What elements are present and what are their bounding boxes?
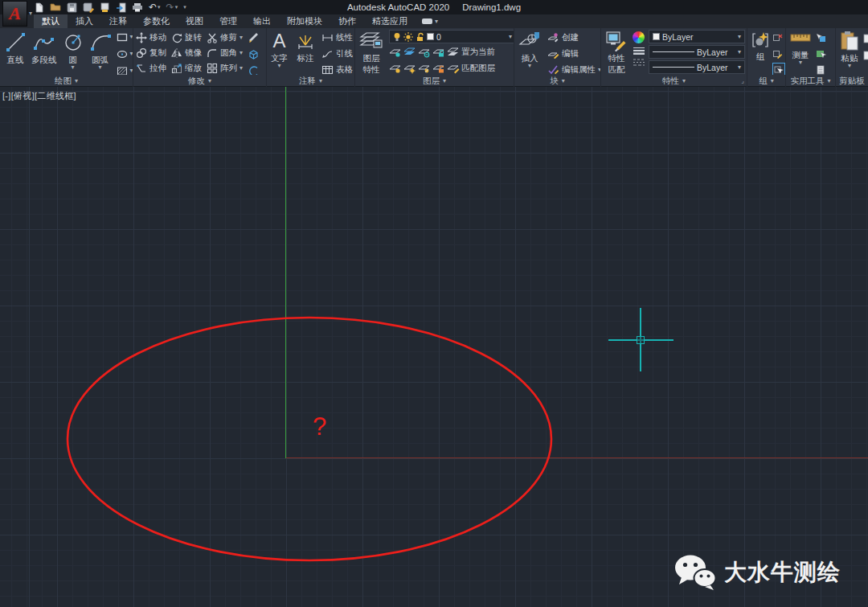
- ellipse-button[interactable]: ▾: [117, 47, 133, 61]
- trim-dropdown-icon[interactable]: ▾: [240, 35, 243, 41]
- copy-clip-button[interactable]: [863, 48, 868, 63]
- array-dropdown-icon[interactable]: ▾: [240, 65, 243, 72]
- make-current-icon[interactable]: [447, 46, 460, 58]
- save-as-button[interactable]: [83, 2, 94, 13]
- tab-addins[interactable]: 附加模块: [279, 14, 330, 28]
- leader-button[interactable]: 引线▾: [321, 46, 354, 61]
- layer-freeze-icon[interactable]: [403, 46, 416, 58]
- layer-unisolate-icon[interactable]: [418, 62, 431, 74]
- text-dropdown-icon[interactable]: ▾: [277, 63, 280, 69]
- edit-block-button[interactable]: 编辑: [547, 46, 600, 61]
- quick-select-button[interactable]: [815, 31, 826, 45]
- match-properties-button[interactable]: 特性 匹配: [604, 30, 629, 74]
- polyline-button[interactable]: 多段线: [30, 30, 59, 64]
- arc-button[interactable]: 圆弧 ▾: [88, 30, 113, 71]
- linetype-icon[interactable]: [633, 58, 645, 66]
- join-button[interactable]: [248, 64, 260, 75]
- fillet-button[interactable]: 圆角▾: [207, 45, 243, 60]
- rectangle-button[interactable]: ▾: [117, 30, 133, 44]
- tab-output[interactable]: 输出: [245, 14, 279, 28]
- layer-isolate-icon[interactable]: [389, 46, 402, 58]
- layer-on-icon[interactable]: [389, 62, 402, 74]
- paste-button[interactable]: 粘贴 ▾: [838, 30, 861, 69]
- scale-button[interactable]: 缩放: [171, 60, 202, 75]
- circle-dropdown-icon[interactable]: ▾: [71, 64, 74, 71]
- quick-calc-button[interactable]: [815, 63, 826, 75]
- rotate-button[interactable]: 旋转: [171, 30, 202, 45]
- insert-block-button[interactable]: 插入 ▾: [517, 30, 542, 69]
- panel-expander-icon[interactable]: ⌟: [741, 77, 744, 84]
- linetype-dropdown[interactable]: ByLayer ▾: [649, 60, 745, 74]
- layer-thaw-icon[interactable]: [403, 62, 416, 74]
- edit-attributes-dropdown-icon[interactable]: ▾: [598, 67, 600, 73]
- edit-attributes-button[interactable]: 编辑属性▾: [547, 62, 600, 75]
- layer-unlock2-icon[interactable]: [432, 62, 445, 74]
- save-button[interactable]: [67, 2, 77, 13]
- tab-insert[interactable]: 插入: [68, 14, 101, 28]
- erase-button[interactable]: [248, 30, 260, 44]
- panel-footer-utilities[interactable]: 实用工具▾: [786, 75, 835, 87]
- panel-footer-layers[interactable]: 图层▾: [355, 75, 514, 87]
- export-button[interactable]: [116, 2, 126, 13]
- tab-annotate[interactable]: 注释: [101, 14, 135, 28]
- stretch-button[interactable]: 拉伸: [136, 60, 166, 75]
- set-current-button[interactable]: 置为当前: [461, 47, 495, 58]
- arc-dropdown-icon[interactable]: ▾: [98, 64, 101, 71]
- print-button[interactable]: [132, 2, 143, 13]
- measure-button[interactable]: 测量 ▾: [788, 30, 813, 66]
- plot-button[interactable]: [100, 2, 110, 13]
- dimension-button[interactable]: 标注: [293, 30, 317, 63]
- panel-footer-properties[interactable]: 特性▾⌟: [601, 75, 747, 87]
- layer-lock-icon[interactable]: [432, 46, 445, 58]
- table-button[interactable]: 表格: [321, 62, 354, 75]
- object-color-dropdown[interactable]: ByLayer ▾: [649, 30, 745, 43]
- undo-dropdown-icon[interactable]: ▾: [158, 4, 161, 10]
- tab-view[interactable]: 视图: [178, 14, 211, 28]
- hatch-button[interactable]: ▾: [117, 64, 133, 75]
- drawing-canvas[interactable]: [-][俯视][二维线框] ? 大水牛测绘: [0, 87, 868, 607]
- move-button[interactable]: 移动: [136, 30, 166, 45]
- group-selection-toggle[interactable]: [772, 63, 785, 75]
- qat-customize-button[interactable]: ▾: [183, 2, 186, 13]
- match-layer-icon[interactable]: [447, 62, 460, 74]
- tab-manage[interactable]: 管理: [211, 14, 245, 28]
- layer-dropdown-caret-icon[interactable]: ▾: [509, 34, 512, 40]
- lineweight-dropdown[interactable]: ByLayer ▾: [649, 45, 745, 59]
- app-logo[interactable]: A: [2, 1, 27, 27]
- cut-button[interactable]: [863, 31, 868, 46]
- drawn-ellipse[interactable]: [65, 314, 554, 564]
- linear-dimension-button[interactable]: 线性▾: [321, 30, 354, 45]
- match-layer-button[interactable]: 匹配图层: [461, 63, 495, 74]
- trim-button[interactable]: 修剪▾: [207, 30, 243, 45]
- panel-footer-groups[interactable]: 组▾: [747, 75, 785, 87]
- tab-home[interactable]: 默认: [34, 14, 68, 28]
- panel-footer-modify[interactable]: 修改▾: [133, 75, 266, 87]
- text-button[interactable]: A 文字 ▾: [269, 30, 289, 69]
- array-button[interactable]: 阵列▾: [207, 60, 243, 75]
- redo-button[interactable]: ↷▾: [166, 2, 178, 13]
- tab-featured-apps[interactable]: 精选应用: [364, 14, 416, 28]
- measure-dropdown-icon[interactable]: ▾: [799, 59, 802, 66]
- fillet-dropdown-icon[interactable]: ▾: [240, 50, 243, 56]
- paste-dropdown-icon[interactable]: ▾: [848, 63, 851, 69]
- panel-footer-draw[interactable]: 绘图▾: [0, 75, 133, 87]
- copy-button[interactable]: 复制: [136, 45, 166, 60]
- select-similar-button[interactable]: [815, 47, 826, 61]
- mirror-button[interactable]: 镜像: [171, 45, 202, 60]
- create-block-button[interactable]: 创建: [547, 30, 600, 45]
- new-file-button[interactable]: [34, 2, 44, 13]
- explode-button[interactable]: [248, 47, 260, 61]
- lineweight-icon[interactable]: [633, 47, 645, 55]
- color-wheel-icon[interactable]: [633, 31, 645, 43]
- circle-button[interactable]: 圆 ▾: [60, 30, 86, 71]
- ribbon-display-toggle[interactable]: ▾: [422, 14, 438, 28]
- redo-dropdown-icon[interactable]: ▾: [175, 4, 178, 10]
- viewport-controls-label[interactable]: [-][俯视][二维线框]: [2, 90, 76, 102]
- ungroup-button[interactable]: [772, 31, 785, 45]
- line-button[interactable]: 直线: [2, 30, 28, 64]
- open-file-button[interactable]: [50, 2, 61, 13]
- layer-off-icon[interactable]: [418, 46, 431, 58]
- layer-select-dropdown[interactable]: 0 ▾: [389, 30, 514, 43]
- panel-footer-clipboard[interactable]: 剪贴板: [836, 75, 868, 87]
- group-edit-button[interactable]: [772, 47, 785, 61]
